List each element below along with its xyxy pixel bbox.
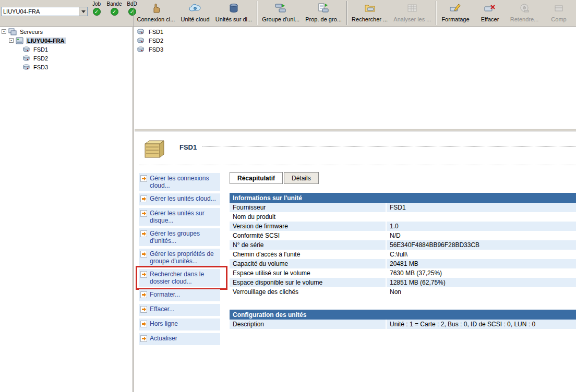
server-combobox[interactable]: [1, 7, 88, 16]
device-details-panel: FSD1 Gérer les connexions cloud... Gérer…: [135, 131, 576, 392]
row-value: C:\full\: [386, 250, 576, 259]
arrow-right-icon: [140, 210, 147, 224]
toolbar-button-groupe-unites[interactable]: Groupe d'uni...: [259, 0, 303, 26]
table-row: Description Unité : 1 = Carte : 2, Bus :…: [230, 320, 576, 329]
list-item[interactable]: FSD1: [135, 27, 576, 36]
chevron-down-icon: [81, 10, 86, 13]
device-large-icon: [141, 139, 166, 162]
toolbar-button-label: Effacer: [481, 16, 499, 22]
toolbar-button-prop-groupe[interactable]: Prop. de gro...: [303, 0, 345, 26]
toolbar-button-effacer[interactable]: Effacer: [473, 0, 507, 26]
menu-item-effacer[interactable]: Effacer...: [139, 304, 220, 316]
list-item-label: FSD3: [149, 46, 163, 53]
list-item[interactable]: FSD2: [135, 36, 576, 45]
format-icon: [449, 2, 462, 15]
toolbar-button-label: Retendre...: [510, 16, 538, 22]
section-configuration-unites: Configuration des unités Description Uni…: [230, 310, 576, 329]
row-value: FSD1: [386, 203, 576, 212]
menu-item-formater[interactable]: Formater...: [139, 289, 220, 301]
device-title: FSD1: [179, 143, 197, 151]
menu-item-actualiser[interactable]: Actualiser: [139, 333, 220, 345]
collapse-icon[interactable]: -: [9, 38, 14, 43]
toolbar-button-rechercher[interactable]: Rechercher ...: [349, 0, 391, 26]
list-item-label: FSD1: [149, 29, 163, 35]
arrow-right-icon: [140, 335, 147, 344]
toolbar-button-unites-disque[interactable]: Unités sur di...: [212, 0, 255, 26]
menu-item-gerer-proprietes-groupe[interactable]: Gérer les propriétés de groupe d'unités.…: [139, 249, 220, 266]
cloud-connection-icon: [150, 2, 162, 15]
menu-item-label: Hors ligne: [150, 320, 178, 329]
dotted-separator: [202, 146, 576, 147]
row-value: 1.0: [386, 222, 576, 231]
tree-item-label: FSD2: [32, 55, 49, 62]
menu-item-gerer-unites-disque[interactable]: Gérer les unités sur disque...: [139, 208, 220, 226]
section-header: Configuration des unités: [230, 310, 576, 320]
toolbar-button-label: Unité cloud: [181, 16, 210, 22]
list-item[interactable]: FSD3: [135, 45, 576, 54]
arrow-right-icon: [140, 291, 147, 300]
list-item-label: FSD2: [149, 38, 163, 44]
collapse-icon[interactable]: -: [2, 29, 6, 34]
arrow-right-icon: [140, 195, 147, 204]
tab-recapitulatif[interactable]: Récapitulatif: [230, 172, 283, 184]
menu-item-label: Gérer les groupes d'unités...: [150, 230, 219, 244]
server-tree-panel: - Serveurs - LIUYU04-FRA FSD1 FSD2: [0, 27, 134, 392]
menu-item-gerer-connexions-cloud[interactable]: Gérer les connexions cloud...: [139, 173, 220, 191]
toolbar-button-connexion-cloud[interactable]: Connexion cl...: [134, 0, 178, 26]
combo-dropdown-button[interactable]: [79, 7, 87, 16]
status-label: Job: [92, 1, 101, 7]
toolbar-button-unite-cloud[interactable]: Unité cloud: [178, 0, 212, 26]
status-bande: Bande ✓: [107, 1, 121, 16]
toolbar-button-label: Formatage: [441, 16, 469, 22]
toolbar-button-retendre: Retendre...: [507, 0, 542, 26]
tree-item-device[interactable]: FSD2: [0, 54, 133, 63]
row-value: 56E340F4884BB96F28BD33CB: [386, 240, 576, 250]
menu-item-gerer-groupes-unites[interactable]: Gérer les groupes d'unités...: [139, 228, 220, 246]
tree-item-label: Serveurs: [19, 29, 44, 35]
menu-item-gerer-unites-cloud[interactable]: Gérer les unités cloud...: [139, 193, 220, 205]
row-label: Conformité SCSI: [230, 231, 386, 240]
status-label: Bande: [107, 1, 122, 7]
table-row: N° de série 56E340F4884BB96F28BD33CB: [230, 240, 576, 250]
tree-item-server[interactable]: - LIUYU04-FRA: [0, 36, 133, 45]
toolbar-separator: [346, 1, 347, 25]
row-value: [386, 212, 576, 222]
task-menu: Gérer les connexions cloud... Gérer les …: [139, 173, 220, 348]
menu-item-label: Gérer les unités cloud...: [150, 195, 216, 204]
toolbar: Connexion cl... Unité cloud Unités sur d…: [134, 0, 576, 27]
menu-item-label: Actualiser: [150, 335, 177, 344]
row-label: Version de firmware: [230, 222, 386, 231]
menu-item-hors-ligne[interactable]: Hors ligne: [139, 318, 220, 330]
search-cloud-folder-icon: [364, 2, 376, 15]
table-row: Nom du produit: [230, 212, 576, 222]
arrow-right-icon: [140, 250, 147, 265]
row-label: Chemin d'accès à l'unité: [230, 250, 386, 259]
toolbar-button-formatage[interactable]: Formatage: [438, 0, 473, 26]
server-combo-input[interactable]: [2, 7, 79, 16]
tree-item-device[interactable]: FSD3: [0, 63, 133, 71]
drive-icon: [137, 37, 145, 44]
row-label: Verrouillage des clichés: [230, 287, 386, 297]
row-label: N° de série: [230, 240, 386, 250]
retension-icon: [518, 2, 531, 15]
tree-item-serveurs[interactable]: - Serveurs: [0, 27, 133, 36]
cloud-device-icon: [189, 2, 201, 15]
device-group-icon: [274, 2, 287, 15]
toolbar-button-label: Unités sur di...: [215, 16, 252, 22]
menu-item-label: Formater...: [150, 291, 180, 300]
server-icon: [16, 37, 24, 44]
row-value: N/D: [386, 231, 576, 240]
row-label: Nom du produit: [230, 212, 386, 222]
drive-icon: [137, 28, 145, 35]
menu-item-label: Gérer les propriétés de groupe d'unités.…: [150, 250, 219, 265]
arrow-right-icon: [140, 230, 147, 244]
row-label: Espace disponible sur le volume: [230, 278, 386, 287]
table-row: Espace disponible sur le volume 12851 MB…: [230, 278, 576, 287]
toolbar-button-compression: Comp: [542, 0, 576, 26]
tree-item-device[interactable]: FSD1: [0, 45, 133, 54]
row-label: Capacité du volume: [230, 259, 386, 268]
tab-details[interactable]: Détails: [284, 172, 319, 184]
row-label: Espace utilisé sur le volume: [230, 268, 386, 278]
menu-item-rechercher-dossier-cloud[interactable]: Rechercher dans le dossier cloud...: [139, 269, 220, 287]
toolbar-button-analyser: Analyser les ...: [391, 0, 434, 26]
